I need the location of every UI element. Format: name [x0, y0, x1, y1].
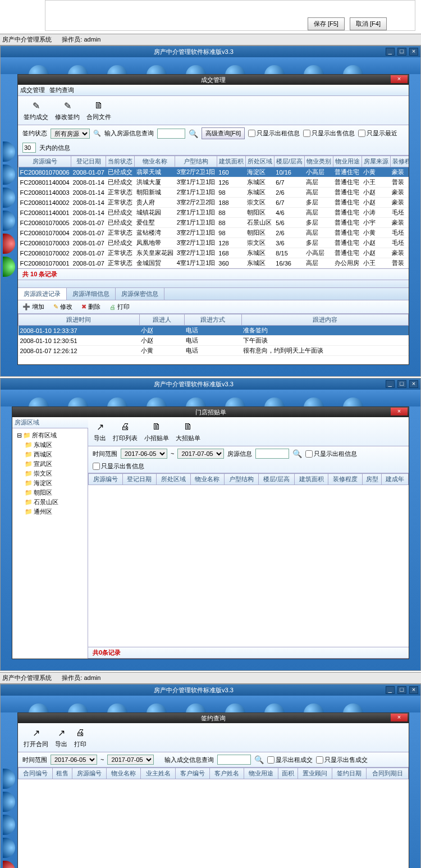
table-row[interactable]: 2008-01-10 12:33:37小赵电话准备签约 — [19, 326, 409, 336]
date-to[interactable]: 2017-07-05 — [107, 755, 154, 765]
tree-node[interactable]: 📁 石景山区 — [15, 497, 85, 507]
sale-filter-checkbox[interactable] — [93, 463, 100, 470]
column-header[interactable]: 跟进时间 — [19, 314, 140, 326]
table-row[interactable]: FC2008010700022008-01-07正常状态东关皇家花园3室2厅1卫… — [19, 248, 409, 258]
date-from[interactable]: 2017-06-05 — [121, 449, 167, 459]
tree-node[interactable]: 📁 朝阳区 — [15, 488, 85, 497]
recent-filter-checkbox[interactable] — [358, 130, 365, 137]
window-close-button[interactable]: × — [391, 714, 408, 721]
column-header[interactable]: 物业用途 — [333, 156, 361, 167]
column-header[interactable]: 建筑面积 — [217, 156, 245, 167]
data-grid[interactable]: 房源编号登记日期所处区域物业名称户型结构楼层/层高建筑面积装修程度房型建成年 — [88, 473, 409, 485]
toolbar-button[interactable]: ↗打开合同 — [24, 727, 48, 748]
toolbar-button[interactable]: 🖨打印 — [74, 727, 86, 748]
tree-node[interactable]: 📁 宣武区 — [15, 459, 85, 469]
toolbar-button[interactable]: ↗导出 — [94, 421, 106, 442]
menu-item[interactable]: 成交管理 — [20, 86, 45, 93]
column-header[interactable]: 物业名称 — [107, 768, 141, 779]
sub-tool[interactable]: ✎修改 — [53, 303, 72, 311]
data-grid[interactable]: 房源编号登记日期当前状态物业名称户型结构建筑面积所处区域楼层/层高物业类别物业用… — [18, 156, 409, 268]
column-header[interactable]: 房源编号 — [72, 768, 107, 779]
column-header[interactable]: 房屋来源 — [361, 156, 390, 167]
save-button[interactable]: 保存 [F5] — [308, 17, 345, 30]
side-tab[interactable] — [3, 165, 15, 185]
side-tab[interactable] — [3, 769, 15, 789]
side-tab[interactable] — [3, 815, 15, 835]
window-close-button[interactable]: × — [391, 408, 408, 415]
column-header[interactable]: 楼层/层高 — [274, 156, 304, 167]
table-row[interactable]: 2008-01-10 12:30:51小赵电话下午面谈 — [19, 336, 409, 346]
column-header[interactable]: 房源编号 — [89, 474, 123, 485]
column-header[interactable]: 客户编号 — [175, 768, 209, 779]
toolbar-button[interactable]: 🗎小招贴单 — [144, 421, 169, 442]
column-header[interactable]: 物业名称 — [135, 156, 175, 167]
info-input[interactable] — [255, 449, 289, 459]
column-header[interactable]: 物业类别 — [304, 156, 333, 167]
cancel-button[interactable]: 取消 [F4] — [350, 17, 387, 30]
column-header[interactable]: 签约日期 — [332, 768, 367, 779]
tree-node[interactable]: 📁 西城区 — [15, 450, 85, 459]
toolbar-button[interactable]: ↗导出 — [55, 727, 67, 748]
toolbar-button[interactable]: ✎签约成交 — [24, 99, 48, 121]
data-grid[interactable]: 合同编号租售房源编号物业名称业主姓名客户编号客户姓名物业用途面积置业顾问签约日期… — [18, 768, 409, 868]
table-row[interactable]: FC2008010700042008-01-07正常状态蓝钻楼湾3室2厅1卫1阳… — [19, 228, 409, 238]
sub-tool[interactable]: ➕增加 — [22, 303, 44, 311]
table-row[interactable]: FC2008011400042008-01-14已经成交洪城大厦3室1厅1卫1阳… — [19, 177, 409, 188]
minimize-button[interactable]: _ — [386, 380, 395, 388]
magnify-icon[interactable]: 🔍 — [93, 130, 101, 137]
close-button[interactable]: × — [409, 48, 418, 56]
column-header[interactable]: 跟进内容 — [241, 314, 408, 326]
side-tab[interactable] — [3, 234, 15, 254]
table-row[interactable]: FC2008010700062008-01-07已经成交翡翠天城3室2厅2卫1阳… — [19, 167, 409, 177]
minimize-button[interactable]: _ — [386, 48, 395, 56]
search-input[interactable] — [157, 129, 185, 139]
rent-deal-checkbox[interactable] — [267, 756, 274, 764]
side-tab[interactable] — [3, 861, 15, 868]
sub-tool[interactable]: 🖨打印 — [109, 303, 130, 311]
column-header[interactable]: 装修程度 — [390, 156, 409, 167]
column-header[interactable]: 业主姓名 — [141, 768, 175, 779]
table-row[interactable]: FC2008011400022008-01-14正常状态贵人府3室2厅2卫2阳1… — [19, 198, 409, 208]
side-tab[interactable] — [3, 792, 15, 812]
date-from[interactable]: 2017-06-05 — [51, 755, 97, 765]
days-input[interactable] — [22, 143, 36, 153]
toolbar-button[interactable]: 🖨打印列表 — [113, 421, 138, 442]
column-header[interactable]: 房源编号 — [19, 156, 71, 167]
sub-tool[interactable]: ✖删除 — [81, 303, 100, 311]
tab[interactable]: 房源详细信息 — [67, 288, 116, 300]
column-header[interactable]: 装修程度 — [328, 474, 363, 485]
column-header[interactable]: 房型 — [363, 474, 382, 485]
column-header[interactable]: 所处区域 — [157, 474, 191, 485]
column-header[interactable]: 跟进人 — [139, 314, 184, 326]
tree-node[interactable]: 📁 东城区 — [15, 440, 85, 450]
tree-node[interactable]: 📁 通州区 — [15, 507, 85, 517]
maximize-button[interactable]: □ — [397, 686, 406, 694]
advanced-search-button[interactable]: 高级查询[F8] — [202, 127, 245, 139]
magnify-icon[interactable]: 🔍 — [254, 755, 264, 764]
followup-grid[interactable]: 跟进时间跟进人跟进方式跟进内容2008-01-10 12:33:37小赵电话准备… — [18, 314, 409, 364]
tab[interactable]: 房源跟进记录 — [18, 288, 67, 300]
column-header[interactable]: 租售 — [53, 768, 72, 779]
column-header[interactable]: 建筑面积 — [294, 474, 328, 485]
column-header[interactable]: 物业名称 — [190, 474, 225, 485]
tree-root[interactable]: ⊟ 📁所有区域 — [15, 431, 85, 440]
sale-filter-checkbox[interactable] — [303, 130, 310, 137]
toolbar-button[interactable]: ✎修改签约 — [55, 99, 80, 121]
side-tab[interactable] — [3, 211, 15, 231]
column-header[interactable]: 置业顾问 — [298, 768, 332, 779]
table-row[interactable]: FC2008010700012008-01-07正常状态金城国贸4室1厅1卫1阳… — [19, 258, 409, 268]
table-row[interactable]: FC2008011400032008-01-14正常状态朝阳新城2室1厅1卫1阳… — [19, 188, 409, 198]
sale-deal-checkbox[interactable] — [316, 756, 323, 764]
side-tab[interactable] — [3, 188, 15, 208]
column-header[interactable]: 合同编号 — [19, 768, 53, 779]
state-select[interactable]: 所有房源 — [51, 129, 90, 139]
rent-filter-checkbox[interactable] — [248, 130, 255, 137]
column-header[interactable]: 户型结构 — [225, 474, 259, 485]
tab[interactable]: 房源保密信息 — [116, 288, 164, 300]
tree-node[interactable]: 📁 海淀区 — [15, 478, 85, 488]
column-header[interactable]: 合同到期日 — [367, 768, 409, 779]
column-header[interactable]: 面积 — [278, 768, 298, 779]
toolbar-button[interactable]: 🗎合同文件 — [86, 99, 111, 121]
date-to[interactable]: 2017-07-05 — [177, 449, 224, 459]
maximize-button[interactable]: □ — [397, 380, 406, 388]
